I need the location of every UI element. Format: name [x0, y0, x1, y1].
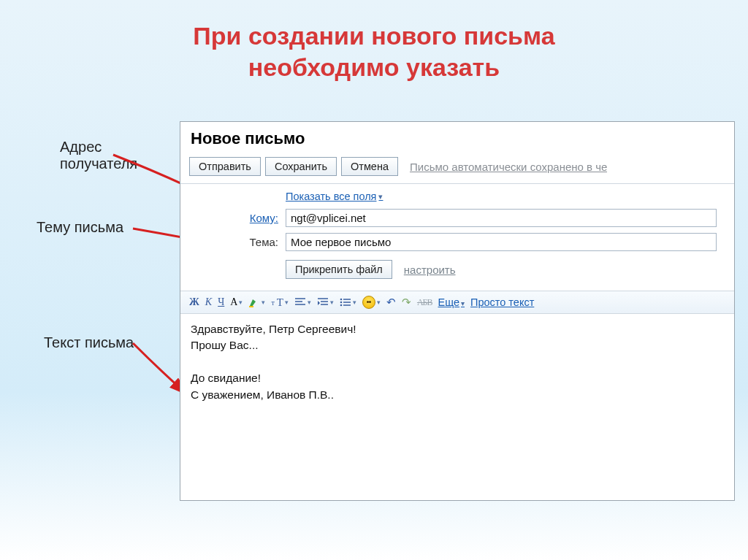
- clear-formatting-button[interactable]: АБВ: [417, 297, 432, 308]
- attach-file-button[interactable]: Прикрепить файл: [286, 260, 392, 279]
- indent-button[interactable]: ▾: [317, 297, 334, 307]
- formatting-toolbar: Ж К Ч А▾ ▾ тТ▾ ▾ ▾ ▾ ▾ ↶ ↷ АБВ Еще Прост…: [180, 291, 734, 314]
- compose-panel: Новое письмо Отправить Сохранить Отмена …: [180, 121, 735, 501]
- compose-title: Новое письмо: [180, 122, 734, 153]
- more-formatting-link[interactable]: Еще: [438, 296, 465, 308]
- slide-title: При создании нового письма необходимо ук…: [0, 0, 748, 83]
- show-all-fields-link[interactable]: Показать все поля: [286, 191, 383, 202]
- underline-button[interactable]: Ч: [218, 296, 224, 308]
- configure-link[interactable]: настроить: [404, 264, 456, 276]
- redo-button[interactable]: ↷: [402, 296, 411, 309]
- svg-point-1: [340, 299, 343, 301]
- save-button[interactable]: Сохранить: [265, 157, 337, 176]
- font-size-button[interactable]: тТ▾: [271, 296, 289, 309]
- bold-button[interactable]: Ж: [189, 296, 199, 308]
- emoji-button[interactable]: ▾: [362, 296, 381, 309]
- subject-input[interactable]: [286, 233, 717, 251]
- highlight-button[interactable]: ▾: [248, 297, 265, 307]
- align-button[interactable]: ▾: [294, 297, 311, 307]
- message-body[interactable]: Здравствуйте, Петр Сергеевич! Прошу Вас.…: [180, 314, 734, 410]
- subject-label: Тема:: [189, 236, 286, 248]
- undo-button[interactable]: ↶: [386, 296, 396, 309]
- list-button[interactable]: ▾: [340, 297, 356, 307]
- svg-point-2: [340, 302, 343, 304]
- annotation-recipient: Адрес получателя: [60, 139, 137, 172]
- annotation-body: Текст письма: [44, 334, 134, 351]
- smiley-icon: [362, 296, 375, 309]
- plain-text-link[interactable]: Просто текст: [470, 296, 534, 308]
- compose-toolbar: Отправить Сохранить Отмена Письмо автома…: [180, 153, 734, 184]
- svg-rect-0: [249, 306, 253, 307]
- font-color-button[interactable]: А▾: [230, 296, 243, 308]
- annotation-subject: Тему письма: [37, 219, 123, 236]
- cancel-button[interactable]: Отмена: [341, 157, 398, 176]
- svg-point-3: [340, 304, 343, 307]
- to-input[interactable]: [286, 209, 717, 227]
- to-label[interactable]: Кому:: [189, 212, 286, 224]
- slide-title-line1: При создании нового письма: [0, 20, 748, 52]
- autosave-status: Письмо автоматически сохранено в че: [410, 161, 607, 173]
- send-button[interactable]: Отправить: [189, 157, 261, 176]
- slide-title-line2: необходимо указать: [0, 52, 748, 83]
- italic-button[interactable]: К: [205, 296, 212, 308]
